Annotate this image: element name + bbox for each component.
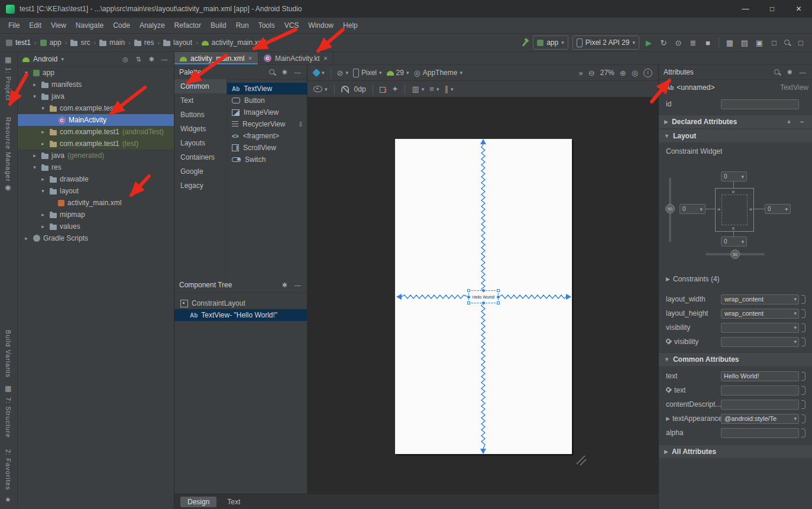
sidebar-item-project[interactable]: 1: Project	[5, 67, 12, 100]
tool-window-icon[interactable]: ▦	[5, 384, 11, 393]
hide-panel-icon[interactable]: —	[798, 69, 807, 76]
section-all-attributes[interactable]: ▶ All Attributes	[659, 445, 812, 458]
constraint-box[interactable]: ›› ›› ‹‹ ‹‹	[715, 188, 754, 232]
expand-icon[interactable]: ▶	[666, 416, 670, 422]
breadcrumb-item-activity-main[interactable]: activity_main.xml	[212, 38, 266, 47]
tab-activity-main-xml[interactable]: activity_main.xml ✕	[174, 52, 258, 64]
tree-item-res[interactable]: ▾ res	[18, 161, 174, 173]
menu-item-code[interactable]: Code	[108, 18, 135, 33]
pick-resource-button[interactable]	[801, 400, 805, 409]
remove-attribute-button[interactable]: −	[797, 118, 807, 125]
zoom-out-icon[interactable]: ⊖	[588, 69, 595, 77]
vertical-bias-knob[interactable]: 50	[665, 204, 675, 213]
scope-icon[interactable]: ◎	[121, 56, 130, 63]
palette-item-recyclerview[interactable]: RecyclerView ⇩	[227, 118, 307, 130]
resize-handle[interactable]	[577, 456, 585, 464]
menu-item-tools[interactable]: Tools	[254, 18, 280, 33]
margin-left-select[interactable]: 0 ▾	[680, 204, 706, 214]
id-input[interactable]	[721, 99, 799, 109]
avd-manager-icon[interactable]: ▣	[754, 38, 765, 47]
section-declared-attributes[interactable]: ▶ Declared Attributes + −	[659, 115, 812, 128]
device-file-explorer-icon[interactable]: ▤	[739, 38, 750, 47]
breadcrumb-item-src[interactable]: src	[80, 38, 90, 47]
design-canvas[interactable]: Hello World!	[308, 98, 658, 494]
minimize-button[interactable]: —	[732, 0, 759, 18]
constraints-row[interactable]: ▶ Constraints (4)	[666, 273, 808, 285]
pick-resource-button[interactable]	[801, 338, 805, 346]
palette-category-buttons[interactable]: Buttons	[174, 108, 227, 122]
tree-toggle-icon[interactable]: ▸	[39, 223, 47, 229]
tree-toggle-icon[interactable]: ▸	[31, 153, 38, 158]
menu-item-refactor[interactable]: Refactor	[170, 18, 206, 33]
gear-icon[interactable]: ✱	[280, 69, 289, 76]
tree-toggle-icon[interactable]: ▸	[22, 235, 30, 241]
autoconnect-magnet-icon[interactable]	[341, 86, 349, 92]
constraint-anchor-left[interactable]	[467, 295, 471, 299]
section-layout[interactable]: ▼ Layout	[659, 129, 812, 142]
sidebar-item-resource-manager[interactable]: Resource Manager	[5, 117, 12, 182]
palette-item-button[interactable]: Button	[227, 95, 307, 106]
menu-item-run[interactable]: Run	[231, 18, 254, 33]
horizontal-bias-knob[interactable]: 50	[730, 249, 740, 259]
api-level-select[interactable]: 29 ▾	[387, 69, 409, 77]
text-input[interactable]	[721, 371, 799, 381]
zoom-in-icon[interactable]: ⊕	[620, 69, 626, 77]
pin-icon[interactable]: ◉	[5, 183, 11, 192]
sidebar-item-favorites[interactable]: 2: Favorites	[5, 449, 12, 490]
warnings-icon[interactable]: !	[643, 69, 652, 77]
project-view-select[interactable]: Android	[33, 55, 57, 63]
gear-icon[interactable]: ✱	[280, 281, 289, 289]
close-tab-icon[interactable]: ✕	[323, 56, 328, 61]
clear-constraints-icon[interactable]: ×	[380, 86, 387, 93]
attach-debugger-icon[interactable]: ≣	[688, 38, 698, 47]
profiler-icon[interactable]: ⊙	[673, 38, 684, 47]
tree-toggle-icon[interactable]: ▾	[31, 164, 38, 170]
search-everywhere-icon[interactable]	[784, 39, 791, 47]
pick-resource-button[interactable]	[801, 414, 805, 423]
section-common-attributes[interactable]: ▼ Common Attributes	[659, 352, 812, 366]
pick-resource-button[interactable]	[801, 372, 805, 381]
palette-category-text[interactable]: Text	[174, 93, 227, 108]
tree-item-java-generated[interactable]: ▸ java (generated)	[18, 150, 174, 161]
tree-item-drawable[interactable]: ▸ drawable	[18, 173, 174, 185]
tree-item-app[interactable]: ▾ app	[18, 67, 174, 79]
selected-textview-widget[interactable]: Hello World!	[468, 290, 499, 303]
pick-resource-button[interactable]	[801, 295, 805, 304]
palette-item-textview[interactable]: Ab TextView	[227, 83, 307, 95]
orientation-select[interactable]: ⊘ ▾	[337, 69, 348, 77]
collapse-icon[interactable]: ▼	[664, 356, 669, 362]
visibility-select[interactable]: ▾	[721, 323, 799, 333]
text-tab[interactable]: Text	[220, 497, 247, 507]
menu-item-edit[interactable]: Edit	[24, 18, 46, 33]
palette-category-layouts[interactable]: Layouts	[174, 136, 227, 150]
menu-item-view[interactable]: View	[46, 18, 71, 33]
margin-top-select[interactable]: 0 ▾	[721, 171, 747, 181]
palette-category-legacy[interactable]: Legacy	[174, 179, 227, 193]
add-attribute-button[interactable]: +	[784, 118, 794, 125]
apply-changes-icon[interactable]: ↻	[658, 38, 669, 47]
tree-toggle-icon[interactable]: ▾	[31, 93, 38, 99]
device-size-select[interactable]: Pixel ▾	[353, 69, 382, 77]
component-textview[interactable]: Ab TextView- "Hello World!"	[174, 309, 307, 321]
sidebar-item-build-variants[interactable]: Build Variants	[5, 330, 12, 378]
palette-item-switch[interactable]: Switch	[227, 154, 307, 166]
tree-item-manifests[interactable]: ▸ manifests	[18, 79, 174, 90]
layout-inspector-icon[interactable]: ▦	[724, 38, 735, 47]
pick-resource-button[interactable]	[801, 429, 805, 437]
layout-height-select[interactable]: wrap_content ▾	[721, 309, 799, 319]
tree-item-package-androidtest[interactable]: ▸ com.example.test1 (androidTest)	[18, 126, 174, 138]
palette-category-containers[interactable]: Containers	[174, 150, 227, 164]
tree-item-mainactivity[interactable]: C MainActivity	[18, 114, 174, 126]
palette-category-widgets[interactable]: Widgets	[174, 122, 227, 136]
menu-item-window[interactable]: Window	[303, 18, 338, 33]
gear-icon[interactable]: ✱	[147, 56, 156, 63]
content-description-input[interactable]	[721, 400, 799, 410]
sidebar-item-structure[interactable]: 7: Structure	[5, 397, 12, 438]
notifications-icon[interactable]: □	[795, 38, 806, 47]
default-margin-value[interactable]: 0dp	[354, 85, 366, 93]
more-actions-icon[interactable]: »	[579, 69, 583, 77]
resize-corner-handle[interactable]	[467, 289, 470, 292]
palette-category-google[interactable]: Google	[174, 164, 227, 179]
component-constraintlayout[interactable]: ConstraintLayout	[174, 297, 307, 309]
gear-icon[interactable]: ✱	[785, 69, 794, 76]
